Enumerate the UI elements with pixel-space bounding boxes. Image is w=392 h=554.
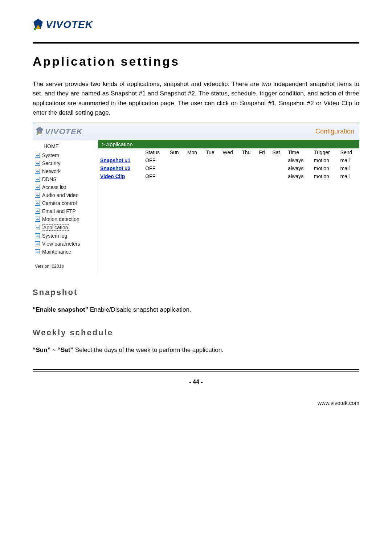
- header-logo-row: VIVOTEK: [33, 18, 359, 31]
- trigger-cell: motion: [312, 172, 338, 180]
- sidebar-item-label: View parameters: [42, 241, 80, 247]
- table-row: Snapshot #1 OFF always motion mail: [98, 156, 359, 164]
- sidebar-version: Version: 0201b: [33, 256, 98, 271]
- vivotek-logo: VIVOTEK: [33, 18, 359, 31]
- arrow-right-icon: ➔: [35, 169, 40, 174]
- send-cell: mail: [338, 172, 359, 180]
- svg-point-0: [34, 28, 36, 30]
- sidebar-item-label: Access list: [42, 184, 66, 190]
- divider-double: [33, 369, 359, 372]
- sidebar-item-security[interactable]: ➔ Security: [33, 159, 98, 167]
- send-cell: mail: [338, 156, 359, 164]
- col-trigger: Trigger: [312, 148, 338, 156]
- sidebar-item-audio-video[interactable]: ➔ Audio and video: [33, 191, 98, 199]
- sidebar-item-label: Maintenance: [42, 249, 71, 255]
- arrow-right-icon: ➔: [35, 209, 40, 214]
- sidebar-item-label: Motion detection: [42, 216, 79, 222]
- config-main: > Application Status Sun Mon Tue Wed Thu…: [98, 140, 359, 180]
- col-name: [98, 148, 143, 156]
- sidebar-item-access-list[interactable]: ➔ Access list: [33, 183, 98, 191]
- snapshot2-link[interactable]: Snapshot #2: [100, 165, 130, 171]
- sidebar-item-label: HOME: [44, 143, 59, 149]
- snapshot-line-text: Enable/Disable snapshot application.: [88, 306, 191, 313]
- col-thu: Thu: [240, 148, 257, 156]
- config-logo-text: VIVOTEK: [45, 127, 83, 136]
- sidebar-item-ddns[interactable]: ➔ DDNS: [33, 175, 98, 183]
- sidebar-item-system[interactable]: ➔ System: [33, 151, 98, 159]
- status-cell: OFF: [143, 164, 167, 172]
- arrow-right-icon: ➔: [35, 161, 40, 166]
- table-row: Video Clip OFF always motion mail: [98, 172, 359, 180]
- arrow-right-icon: ➔: [35, 153, 40, 158]
- col-sun: Sun: [168, 148, 185, 156]
- weekly-line: “Sun” ~ “Sat” Select the days of the wee…: [33, 345, 359, 355]
- sidebar-item-maintenance[interactable]: ➔ Maintenance: [33, 248, 98, 256]
- page-title: Application settings: [33, 54, 359, 69]
- weekly-line-label: “Sun” ~ “Sat”: [33, 346, 73, 353]
- footer-url: www.vivotek.com: [33, 400, 359, 406]
- config-topbar: VIVOTEK Configuration: [33, 123, 359, 140]
- sidebar-item-view-parameters[interactable]: ➔ View parameters: [33, 240, 98, 248]
- trigger-cell: motion: [312, 164, 338, 172]
- table-header-row: Status Sun Mon Tue Wed Thu Fri Sat Time …: [98, 148, 359, 156]
- arrow-right-icon: ➔: [35, 225, 40, 230]
- col-time: Time: [286, 148, 311, 156]
- sidebar-item-home[interactable]: HOME: [33, 142, 98, 151]
- col-sat: Sat: [270, 148, 286, 156]
- time-cell: always: [286, 164, 311, 172]
- page-number: - 44 -: [33, 379, 359, 385]
- sidebar-item-label: System log: [42, 233, 67, 239]
- arrow-right-icon: ➔: [35, 241, 40, 246]
- svg-point-1: [36, 134, 38, 135]
- weekly-heading: Weekly schedule: [33, 328, 359, 337]
- sidebar-item-label: Email and FTP: [42, 208, 76, 214]
- vivotek-logo-text: VIVOTEK: [46, 19, 93, 30]
- intro-paragraph: The server provides two kinds of applica…: [33, 79, 359, 118]
- time-cell: always: [286, 156, 311, 164]
- sidebar-item-network[interactable]: ➔ Network: [33, 167, 98, 175]
- document-page: VIVOTEK Application settings The server …: [0, 0, 392, 420]
- sidebar-item-camera-control[interactable]: ➔ Camera control: [33, 199, 98, 207]
- snapshot-heading: Snapshot: [33, 288, 359, 297]
- arrow-right-icon: ➔: [35, 185, 40, 190]
- arrow-right-icon: ➔: [35, 217, 40, 222]
- col-fri: Fri: [257, 148, 270, 156]
- config-body: HOME ➔ System ➔ Security ➔ Network ➔ DDN…: [33, 140, 359, 275]
- arrow-right-icon: ➔: [35, 201, 40, 206]
- sidebar-item-email-ftp[interactable]: ➔ Email and FTP: [33, 207, 98, 215]
- status-cell: OFF: [143, 172, 167, 180]
- col-status: Status: [143, 148, 167, 156]
- config-sidebar: HOME ➔ System ➔ Security ➔ Network ➔ DDN…: [33, 140, 98, 275]
- snapshot-line-label: “Enable snapshot”: [33, 306, 88, 313]
- application-table: Status Sun Mon Tue Wed Thu Fri Sat Time …: [98, 148, 359, 180]
- sidebar-item-label: Security: [42, 160, 61, 166]
- configuration-screenshot: VIVOTEK Configuration HOME ➔ System ➔ Se…: [33, 123, 359, 275]
- config-logo: VIVOTEK: [36, 126, 83, 137]
- arrow-right-icon: ➔: [35, 177, 40, 182]
- config-logo-icon: [36, 126, 44, 137]
- sidebar-item-label: Camera control: [42, 200, 77, 206]
- snapshot-line: “Enable snapshot” Enable/Disable snapsho…: [33, 305, 359, 315]
- weekly-line-text: Select the days of the week to perform t…: [73, 346, 224, 353]
- table-row: Snapshot #2 OFF always motion mail: [98, 164, 359, 172]
- sidebar-item-application[interactable]: ➔ Application: [33, 223, 98, 232]
- sidebar-item-label: Audio and video: [42, 192, 78, 198]
- col-tue: Tue: [204, 148, 220, 156]
- sidebar-item-label: Network: [42, 168, 61, 174]
- col-send: Send: [338, 148, 359, 156]
- arrow-right-icon: ➔: [35, 249, 40, 254]
- col-mon: Mon: [185, 148, 204, 156]
- sidebar-item-motion-detection[interactable]: ➔ Motion detection: [33, 215, 98, 223]
- vivotek-logo-icon: [33, 18, 44, 31]
- snapshot1-link[interactable]: Snapshot #1: [100, 157, 130, 163]
- time-cell: always: [286, 172, 311, 180]
- sidebar-item-system-log[interactable]: ➔ System log: [33, 232, 98, 240]
- breadcrumb: > Application: [98, 140, 359, 148]
- configuration-label: Configuration: [315, 128, 354, 135]
- arrow-right-icon: ➔: [35, 233, 40, 238]
- trigger-cell: motion: [312, 156, 338, 164]
- videoclip-link[interactable]: Video Clip: [100, 173, 125, 179]
- status-cell: OFF: [143, 156, 167, 164]
- arrow-right-icon: ➔: [35, 193, 40, 198]
- sidebar-item-label: DDNS: [42, 176, 57, 182]
